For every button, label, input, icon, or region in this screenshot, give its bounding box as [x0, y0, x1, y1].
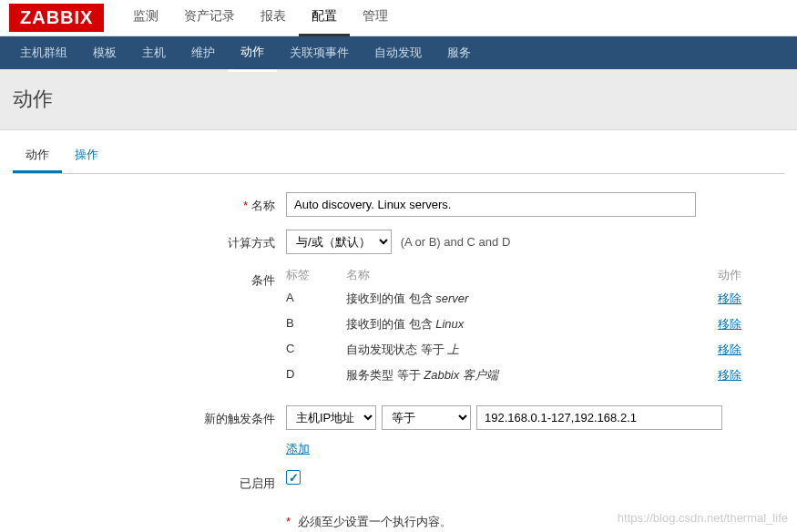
check-icon: ✓ [289, 472, 299, 484]
submenu-services[interactable]: 服务 [434, 36, 484, 70]
logo: ZABBIX [9, 4, 104, 32]
submenu-templates[interactable]: 模板 [80, 36, 129, 70]
label-enabled: 已启用 [13, 470, 286, 492]
submenu-maintenance[interactable]: 维护 [179, 36, 228, 70]
topmenu-inventory[interactable]: 资产记录 [171, 0, 248, 36]
remove-link[interactable]: 移除 [718, 343, 741, 356]
cond-name: 服务类型 等于 Zabbix 客户端 [346, 367, 700, 384]
cond-th-action: 动作 [700, 267, 741, 283]
remove-link[interactable]: 移除 [718, 368, 741, 382]
label-newtrig: 新的触发条件 [13, 405, 286, 427]
submenu-hostgroups[interactable]: 主机群组 [7, 36, 80, 70]
label-name: *名称 [13, 192, 286, 214]
newtrig-op-select[interactable]: 等于 [382, 405, 471, 430]
tab-action[interactable]: 动作 [13, 139, 62, 173]
newtrig-type-select[interactable]: 主机IP地址 [286, 405, 376, 430]
topmenu-admin[interactable]: 管理 [350, 0, 401, 36]
calc-select[interactable]: 与/或（默认） [286, 230, 392, 254]
submenu-correlation[interactable]: 关联项事件 [277, 36, 362, 70]
topmenu-config[interactable]: 配置 [299, 0, 350, 36]
calc-hint: (A or B) and C and D [401, 235, 511, 249]
topmenu-reports[interactable]: 报表 [248, 0, 299, 36]
topmenu-monitoring[interactable]: 监测 [120, 0, 171, 36]
tab-operation[interactable]: 操作 [62, 139, 111, 173]
submenu-discovery[interactable]: 自动发现 [362, 36, 434, 70]
cond-label: B [286, 316, 346, 332]
row-enabled: 已启用 ✓ [13, 470, 784, 492]
cond-name: 接收到的值 包含 Linux [346, 316, 700, 332]
tab-row: 动作 操作 [13, 139, 784, 174]
watermark: https://blog.csdn.net/thermal_life [618, 511, 788, 525]
cond-row: C 自动发现状态 等于 上 移除 [286, 342, 741, 358]
cond-label: A [286, 291, 346, 307]
cond-row: D 服务类型 等于 Zabbix 客户端 移除 [286, 367, 741, 384]
cond-th-name: 名称 [346, 267, 700, 283]
cond-row: B 接收到的值 包含 Linux 移除 [286, 316, 741, 332]
form: *名称 计算方式 与/或（默认） (A or B) and C and D 条件… [13, 192, 784, 532]
row-name: *名称 [13, 192, 784, 217]
enabled-checkbox[interactable]: ✓ [286, 470, 301, 485]
topbar: ZABBIX 监测 资产记录 报表 配置 管理 [0, 0, 797, 36]
cond-row: A 接收到的值 包含 server 移除 [286, 291, 741, 307]
cond-name: 自动发现状态 等于 上 [346, 342, 700, 358]
page-title: 动作 [13, 86, 784, 113]
subbar: 主机群组 模板 主机 维护 动作 关联项事件 自动发现 服务 [0, 36, 797, 69]
newtrig-controls: 主机IP地址 等于 [286, 405, 784, 430]
conditions-table: 标签 名称 动作 A 接收到的值 包含 server 移除 B 接收到的值 包含… [286, 267, 741, 384]
page-header: 动作 [0, 69, 797, 130]
newtrig-value-input[interactable] [476, 405, 722, 430]
cond-label: C [286, 342, 346, 358]
add-link[interactable]: 添加 [286, 442, 310, 455]
name-input[interactable] [286, 192, 696, 217]
cond-label: D [286, 367, 346, 384]
submenu-hosts[interactable]: 主机 [129, 36, 179, 70]
remove-link[interactable]: 移除 [718, 292, 741, 305]
remove-link[interactable]: 移除 [718, 317, 741, 331]
label-conditions: 条件 [13, 267, 286, 289]
row-calc: 计算方式 与/或（默认） (A or B) and C and D [13, 230, 784, 254]
row-conditions: 条件 标签 名称 动作 A 接收到的值 包含 server 移除 B [13, 267, 784, 393]
cond-head: 标签 名称 动作 [286, 267, 741, 283]
cond-name: 接收到的值 包含 server [346, 291, 700, 307]
label-calc: 计算方式 [13, 230, 286, 251]
submenu-actions[interactable]: 动作 [228, 35, 277, 72]
cond-th-label: 标签 [286, 267, 346, 283]
content: 动作 操作 *名称 计算方式 与/或（默认） (A or B) and C an… [0, 130, 797, 532]
topmenu: 监测 资产记录 报表 配置 管理 [120, 0, 401, 36]
row-newtrig: 新的触发条件 主机IP地址 等于 添加 [13, 405, 784, 457]
